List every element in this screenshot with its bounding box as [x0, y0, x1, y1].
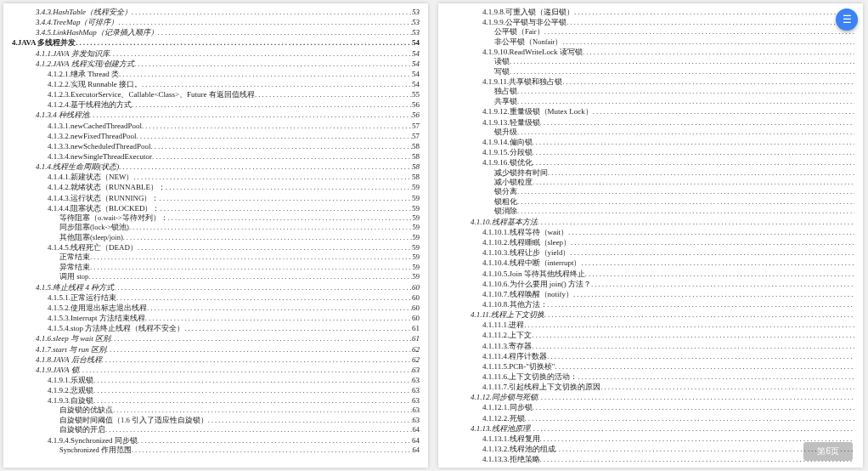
- toc-entry[interactable]: 4.1.5. 终止线程 4 种方式60: [12, 282, 420, 292]
- toc-entry[interactable]: 调用 stop59: [12, 272, 420, 281]
- toc-entry[interactable]: 4.1.13. 线程池原理: [447, 423, 854, 434]
- toc-entry[interactable]: 4.1.9.4. Synchronized 同步锁64: [12, 435, 420, 445]
- toc-float-button[interactable]: ☰: [836, 9, 858, 31]
- toc-entry[interactable]: 4.1.10.5. Join 等待其他线程终止: [447, 269, 854, 279]
- toc-entry[interactable]: 4.1.5.3. Interrupt 方法结束线程60: [12, 313, 420, 323]
- toc-entry[interactable]: 公平锁（Fair）: [447, 27, 854, 37]
- toc-entry[interactable]: Synchronized 作用范围64: [12, 445, 420, 455]
- toc-entry[interactable]: 4.1.10.2. 线程睡眠（sleep）: [447, 237, 854, 247]
- toc-entry[interactable]: 4.1.9.11. 共享锁和独占锁: [447, 77, 854, 87]
- toc-entry[interactable]: 4.1.10.3. 线程让步（yield）: [447, 247, 854, 258]
- toc-entry[interactable]: 3.4.5. LinkHashMap（记录插入顺序）53: [12, 27, 420, 37]
- toc-entry[interactable]: 4. JAVA 多线程并发54: [12, 37, 420, 48]
- toc-entry[interactable]: 4.1.11.2. 上下文: [447, 330, 854, 340]
- toc-entry[interactable]: 4.1.3.3. newScheduledThreadPool58: [12, 141, 420, 151]
- toc-num: 4.1.5.1.: [48, 292, 70, 303]
- toc-entry[interactable]: 4.1.11.6. 上下文切换的活动：: [447, 372, 854, 382]
- toc-num: 4.1.11.3.: [482, 341, 509, 351]
- toc-entry[interactable]: 正常结束59: [12, 253, 420, 262]
- toc-entry[interactable]: 4.1.9.10. ReadWriteLock 读写锁: [447, 47, 854, 57]
- toc-entry[interactable]: 4.1.4. 线程生命周期(状态)58: [12, 162, 420, 172]
- toc-entry[interactable]: 4.1.10.1. 线程等待（wait）: [447, 227, 854, 237]
- toc-entry[interactable]: 4.1.2.3. ExecutorService、Callable<Class>…: [12, 89, 420, 99]
- toc-entry[interactable]: 4.1.4.2. 就绪状态（RUNNABLE）：59: [12, 182, 420, 192]
- toc-dots: [533, 147, 855, 157]
- toc-entry[interactable]: 4.1.10.4. 线程中断（interrupt）: [447, 258, 854, 268]
- toc-entry[interactable]: 3.4.3. HashTable（线程安全）53: [12, 7, 420, 17]
- toc-entry[interactable]: 4.1.11.7. 引起线程上下文切换的原因: [447, 382, 854, 392]
- toc-entry[interactable]: 4.1.2.1. 继承 Thread 类54: [12, 69, 420, 79]
- toc-entry[interactable]: 4.1.9.3. 自旋锁63: [12, 395, 420, 406]
- toc-entry[interactable]: 4.1.9.15. 分段锁: [447, 147, 854, 157]
- toc-entry[interactable]: 4.1.11.5. PCB-"切换桢": [447, 361, 854, 372]
- toc-entry[interactable]: 4.1.12. 同步锁与死锁: [447, 392, 854, 402]
- toc-entry[interactable]: 同步阻塞(lock->锁池)59: [12, 223, 420, 232]
- toc-entry[interactable]: 4.1.10.7. 线程唤醒（notify）: [447, 289, 854, 299]
- toc-entry[interactable]: 4.1.2.4. 基于线程池的方式56: [12, 99, 420, 110]
- toc-entry[interactable]: 4.1.9.9. 公平锁与非公平锁: [447, 17, 854, 27]
- toc-entry[interactable]: 自旋锁的优缺点63: [12, 406, 420, 415]
- toc-dots: [129, 223, 413, 232]
- toc-dots: [544, 309, 854, 320]
- toc-entry[interactable]: 等待阻塞（o.wait->等待对列）：59: [12, 213, 420, 223]
- toc-entry[interactable]: 读锁: [447, 57, 854, 66]
- toc-entry[interactable]: 4.1.4.4. 阻塞状态（BLOCKED）：59: [12, 203, 420, 213]
- toc-entry[interactable]: 4.1.10.8. 其他方法：: [447, 299, 854, 309]
- toc-entry[interactable]: 4.1.8. JAVA 后台线程62: [12, 355, 420, 365]
- toc-entry[interactable]: 锁消除: [447, 207, 854, 216]
- toc-entry[interactable]: 4.1.2. JAVA 线程实现/创建方式54: [12, 59, 420, 69]
- toc-entry[interactable]: 4.1.9.8. 可重入锁（递归锁）: [447, 7, 854, 17]
- toc-entry[interactable]: 4.1.7. start 与 run 区别62: [12, 344, 420, 355]
- toc-entry[interactable]: 共享锁: [447, 97, 854, 106]
- toc-entry[interactable]: 4.1.10. 线程基本方法: [447, 217, 854, 227]
- toc-entry[interactable]: 4.1.12.2. 死锁: [447, 413, 854, 423]
- toc-entry[interactable]: 异常结束59: [12, 263, 420, 272]
- toc-entry[interactable]: 4.1.10.6. 为什么要用 join() 方法？: [447, 279, 854, 289]
- toc-entry[interactable]: 4.1.9.12. 重量级锁（Mutex Lock）: [447, 106, 854, 116]
- toc-entry[interactable]: 4.1.11.3. 寄存器: [447, 341, 854, 351]
- toc-entry[interactable]: 4.1.13.2. 线程池的组成: [447, 444, 854, 454]
- toc-entry[interactable]: 减小锁粒度: [447, 178, 854, 187]
- toc-entry[interactable]: 4.1.11. 线程上下文切换: [447, 309, 854, 320]
- toc-entry[interactable]: 4.1.3.1. newCachedThreadPool57: [12, 121, 420, 131]
- toc-entry[interactable]: 4.1.1. JAVA 并发知识库54: [12, 48, 420, 59]
- toc-entry[interactable]: 4.1.9.13. 轻量级锁: [447, 117, 854, 128]
- toc-entry[interactable]: 4.1.9.1. 乐观锁63: [12, 375, 420, 385]
- toc-entry[interactable]: 4.1.9.2. 悲观锁63: [12, 385, 420, 395]
- toc-entry[interactable]: 4.1.4.3. 运行状态（RUNNING）：59: [12, 193, 420, 203]
- toc-entry[interactable]: 4.1.5.2. 使用退出标志退出线程60: [12, 303, 420, 313]
- toc-entry[interactable]: 4.1.3. 4 种线程池56: [12, 110, 420, 120]
- toc-entry[interactable]: 4.1.4.1. 新建状态（NEW）58: [12, 172, 420, 182]
- toc-page: 63: [412, 365, 420, 375]
- toc-entry[interactable]: 4.1.13.3. 拒绝策略: [447, 454, 854, 464]
- toc-entry[interactable]: 自旋锁的开启64: [12, 425, 420, 434]
- toc-entry[interactable]: 4.1.5.4. stop 方法终止线程（线程不安全）61: [12, 323, 420, 333]
- toc-num: 4.1.13.3.: [482, 454, 510, 464]
- toc-entry[interactable]: 4.1.5.1. 正常运行结束60: [12, 292, 420, 303]
- toc-entry[interactable]: 4.1.9.14. 偏向锁: [447, 137, 854, 147]
- toc-entry[interactable]: 4.1.12.1. 同步锁: [447, 402, 854, 412]
- toc-dots: [142, 79, 412, 89]
- toc-entry[interactable]: 锁升级: [447, 128, 854, 137]
- toc-entry[interactable]: 锁分离: [447, 187, 854, 196]
- toc-entry[interactable]: 4.1.4.5. 线程死亡（DEAD）59: [12, 242, 420, 253]
- toc-entry[interactable]: 独占锁: [447, 87, 854, 96]
- toc-entry[interactable]: 4.1.3.2. newFixedThreadPool57: [12, 131, 420, 141]
- toc-entry[interactable]: 自旋锁时间阈值（1.6 引入了适应性自旋锁）63: [12, 416, 420, 425]
- toc-entry[interactable]: 4.1.6. sleep 与 wait 区别61: [12, 333, 420, 343]
- toc-entry[interactable]: 锁粗化: [447, 197, 854, 207]
- toc-entry[interactable]: 非公平锁（Nonfair）: [447, 37, 854, 47]
- toc-entry[interactable]: 写锁: [447, 67, 854, 77]
- toc-entry[interactable]: 4.1.11.1. 进程: [447, 320, 854, 330]
- toc-num: 4.1.12.1.: [482, 402, 510, 412]
- toc-num: 4.1.13.2.: [482, 444, 510, 454]
- toc-entry[interactable]: 4.1.13.1. 线程复用: [447, 434, 854, 444]
- toc-entry[interactable]: 4.1.11.4. 程序计数器: [447, 351, 854, 361]
- toc-entry[interactable]: 其他阻塞(sleep/join)59: [12, 233, 420, 242]
- toc-entry[interactable]: 4.1.9.16. 锁优化: [447, 157, 854, 167]
- toc-entry[interactable]: 4.1.2.2. 实现 Runnable 接口。54: [12, 79, 420, 89]
- toc-entry[interactable]: 4.1.3.4. newSingleThreadExecutor58: [12, 151, 420, 162]
- toc-entry[interactable]: 4.1.9. JAVA 锁63: [12, 365, 420, 375]
- toc-entry[interactable]: 3.4.4. TreeMap（可排序）53: [12, 17, 420, 27]
- toc-entry[interactable]: 减少锁持有时间: [447, 168, 854, 178]
